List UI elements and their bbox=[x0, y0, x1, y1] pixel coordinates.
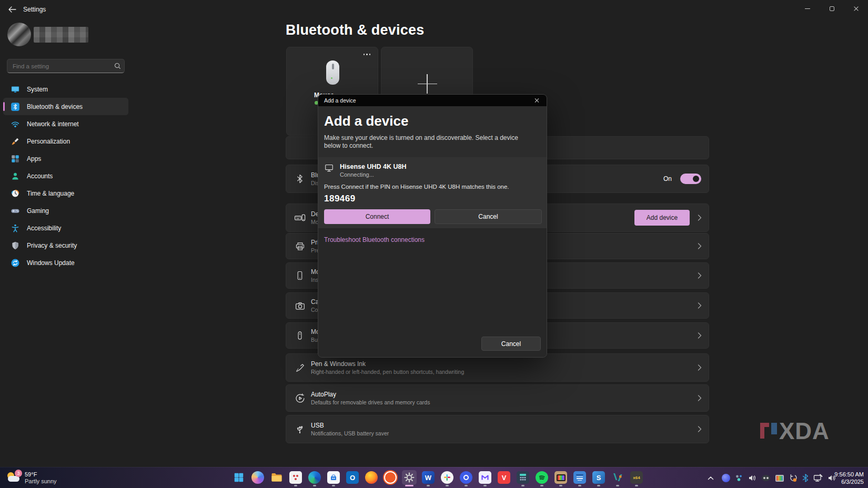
sidebar-item-bluetooth-devices[interactable]: Bluetooth & devices bbox=[3, 98, 128, 115]
tray-bluetooth-icon[interactable] bbox=[802, 474, 809, 482]
chevron-right-icon bbox=[698, 302, 702, 309]
search-box[interactable] bbox=[7, 59, 125, 73]
sidebar-item-accounts[interactable]: Accounts bbox=[3, 167, 128, 185]
dialog-title: Add a device bbox=[318, 97, 527, 104]
copilot-icon[interactable] bbox=[250, 470, 265, 485]
dialog-titlebar: Add a device bbox=[318, 95, 547, 106]
dialog-description: Make sure your device is turned on and d… bbox=[324, 134, 534, 150]
usb-icon bbox=[294, 423, 306, 435]
bluetooth-icon bbox=[294, 172, 306, 185]
slack-icon[interactable] bbox=[440, 470, 455, 485]
chevron-right-icon bbox=[698, 426, 702, 433]
outlook-icon[interactable]: O bbox=[345, 470, 360, 485]
privacy-icon bbox=[11, 241, 20, 250]
x64dbg-icon[interactable]: x64 bbox=[629, 470, 644, 485]
bluetooth-toggle[interactable] bbox=[680, 174, 701, 184]
notes-app-icon[interactable] bbox=[288, 470, 303, 485]
tray-webcam-icon[interactable] bbox=[761, 474, 771, 482]
page-title: Bluetooth & devices bbox=[286, 22, 424, 38]
pairing-device-name: Hisense UHD 4K U8H bbox=[340, 163, 406, 170]
pairing-pin: 189469 bbox=[324, 194, 542, 204]
vivaldi-icon[interactable]: V bbox=[497, 470, 511, 485]
troubleshoot-link[interactable]: Troubleshoot Bluetooth connections bbox=[324, 236, 425, 243]
dialog-close-button[interactable] bbox=[527, 95, 547, 106]
settings-row-autoplay[interactable]: AutoPlay Defaults for removable drives a… bbox=[286, 384, 709, 412]
pairing-status: Connecting... bbox=[340, 171, 406, 178]
file-explorer-icon[interactable] bbox=[269, 470, 284, 485]
tv-monitor-icon bbox=[324, 163, 334, 178]
add-device-dialog: Add a device Add a device Make sure your… bbox=[318, 94, 547, 358]
cancel-pairing-button[interactable]: Cancel bbox=[435, 209, 542, 224]
camera-icon bbox=[294, 299, 306, 312]
v-app-icon[interactable] bbox=[610, 470, 625, 485]
sidebar-item-system[interactable]: System bbox=[3, 80, 128, 98]
firefox-icon[interactable] bbox=[364, 470, 379, 485]
chevron-right-icon bbox=[698, 364, 702, 371]
duckduckgo-icon[interactable] bbox=[383, 470, 398, 485]
edge-icon[interactable] bbox=[307, 470, 322, 485]
dialog-heading: Add a device bbox=[324, 113, 541, 129]
pen-icon bbox=[294, 361, 306, 374]
autoplay-icon bbox=[294, 392, 306, 404]
tray-monitor-pen-icon[interactable] bbox=[813, 474, 823, 483]
bluetooth-icon bbox=[11, 102, 20, 111]
media-tv-app-icon[interactable] bbox=[553, 470, 568, 485]
tray-volume-mixer-icon[interactable] bbox=[748, 474, 756, 482]
pairing-device-item[interactable]: Hisense UHD 4K U8H Connecting... Press C… bbox=[318, 157, 547, 228]
devices-icon bbox=[294, 211, 306, 224]
notification-badge: 3 bbox=[15, 470, 22, 477]
xda-logo-text: XDA bbox=[779, 421, 830, 442]
spotify-icon[interactable] bbox=[534, 470, 549, 485]
calculator-icon[interactable] bbox=[516, 470, 530, 485]
notepad-icon[interactable] bbox=[572, 470, 587, 485]
avatar[interactable] bbox=[7, 23, 31, 46]
more-options-icon[interactable] bbox=[364, 54, 371, 55]
sidebar-item-windows-update[interactable]: Windows Update bbox=[3, 254, 128, 271]
xda-logo-blue bbox=[771, 423, 777, 434]
mouse-led bbox=[331, 77, 332, 79]
network-icon bbox=[11, 119, 20, 129]
pin-instruction: Press Connect if the PIN on Hisense UHD … bbox=[324, 184, 542, 190]
sidebar-item-personalization[interactable]: Personalization bbox=[3, 133, 128, 150]
weather-widget[interactable]: 3 59°F Partly sunny bbox=[6, 470, 57, 486]
hidden-icons-chevron[interactable] bbox=[708, 476, 714, 480]
tray-blue-orb-icon[interactable] bbox=[722, 474, 730, 482]
sidebar-item-gaming[interactable]: Gaming bbox=[3, 202, 128, 219]
window-titlebar: Settings bbox=[0, 0, 868, 19]
tray-display-color-icon[interactable] bbox=[775, 475, 784, 482]
word-icon[interactable]: W bbox=[421, 470, 436, 485]
start-button[interactable] bbox=[231, 470, 246, 485]
settings-row-pen-windows-ink[interactable]: Pen & Windows Ink Right-handed or left-h… bbox=[286, 353, 709, 382]
sidebar-nav: System Bluetooth & devices Network & int… bbox=[3, 80, 128, 271]
maximize-button[interactable] bbox=[820, 0, 844, 17]
taskbar: 3 59°F Partly sunny O W V S x64 bbox=[0, 467, 868, 488]
add-device-button[interactable]: Add device bbox=[634, 210, 690, 226]
time-language-icon bbox=[11, 189, 20, 198]
sidebar-item-time-language[interactable]: Time & language bbox=[3, 185, 128, 202]
minimize-button[interactable] bbox=[795, 0, 820, 17]
search-input[interactable] bbox=[7, 63, 110, 69]
sidebar-item-privacy-security[interactable]: Privacy & security bbox=[3, 237, 128, 254]
settings-row-usb[interactable]: USB Notifications, USB battery saver bbox=[286, 415, 709, 443]
taskbar-pinned-icons: O W V S x64 bbox=[231, 470, 644, 485]
tray-color-dots-icon[interactable] bbox=[735, 474, 743, 482]
close-button[interactable] bbox=[844, 0, 868, 17]
s-app-icon[interactable]: S bbox=[591, 470, 606, 485]
mobile-phone-icon bbox=[294, 269, 306, 282]
connect-button[interactable]: Connect bbox=[324, 209, 430, 224]
sidebar-item-network-internet[interactable]: Network & internet bbox=[3, 115, 128, 133]
tray-sync-icon[interactable] bbox=[789, 474, 798, 483]
sidebar-item-apps[interactable]: Apps bbox=[3, 150, 128, 167]
accounts-icon bbox=[11, 171, 20, 181]
back-button[interactable] bbox=[4, 3, 20, 16]
clock[interactable]: 9:56:50 AM 6/3/2025 bbox=[834, 471, 864, 485]
close-icon bbox=[534, 98, 539, 103]
blue-orb-app-icon[interactable] bbox=[459, 470, 473, 485]
proton-mail-icon[interactable] bbox=[478, 470, 492, 485]
sidebar-item-accessibility[interactable]: Accessibility bbox=[3, 219, 128, 237]
microsoft-store-icon[interactable] bbox=[326, 470, 341, 485]
printer-icon bbox=[294, 240, 306, 252]
xda-logo-red bbox=[760, 423, 769, 439]
dialog-cancel-button[interactable]: Cancel bbox=[481, 337, 541, 351]
settings-app-icon[interactable] bbox=[402, 470, 417, 485]
